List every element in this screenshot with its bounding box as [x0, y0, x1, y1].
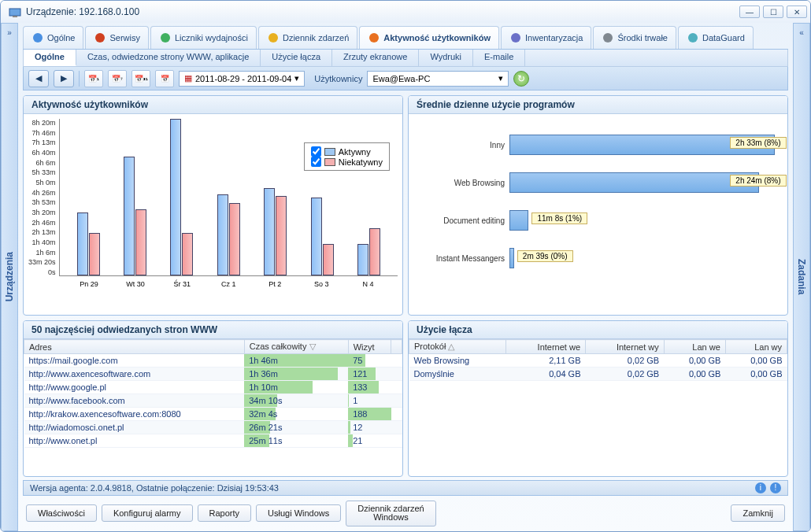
- refresh-button[interactable]: ↻: [513, 71, 529, 87]
- table-row[interactable]: Domyślnie0,04 GB0,02 GB0,00 GB0,00 GB: [409, 368, 787, 381]
- sub-tab-0[interactable]: Ogólne: [24, 50, 76, 66]
- side-tab-tasks[interactable]: « Zadania: [793, 23, 810, 531]
- warning-icon[interactable]: !: [770, 482, 781, 493]
- main-tab-0[interactable]: Ogólne: [23, 26, 83, 49]
- table-row[interactable]: http://www.axencesoftware.com1h 36m121: [24, 368, 402, 381]
- network-table: Protokół △Internet weInternet wyLan weLa…: [409, 339, 787, 381]
- calendar-year-button[interactable]: 📅: [155, 70, 174, 87]
- activity-bar-chart: 8h 20m7h 46m7h 13m6h 40m6h 6m5h 33m5h 0m…: [28, 119, 398, 310]
- main-tab-4[interactable]: Aktywność użytkowników: [359, 26, 499, 49]
- svg-point-8: [603, 33, 613, 42]
- tab-icon: [159, 31, 172, 44]
- tab-icon: [509, 31, 522, 44]
- event-log-button[interactable]: Dziennik zdarzeńWindows: [346, 501, 435, 526]
- info-icon[interactable]: i: [755, 482, 766, 493]
- table-row[interactable]: https://mail.google.com1h 46m75: [24, 354, 402, 368]
- table-row[interactable]: Web Browsing2,11 GB0,02 GB0,00 GB0,00 GB: [409, 354, 787, 368]
- main-tab-2[interactable]: Liczniki wydajności: [150, 26, 257, 49]
- program-usage-chart: Inny2h 33m (8%)Web Browsing2h 24m (8%)Do…: [413, 119, 783, 310]
- tab-icon: [31, 31, 44, 44]
- status-bar: Wersja agenta: 2.0.4.9818, Ostatnie połą…: [23, 480, 788, 496]
- panel-program-usage: Średnie dzienne użycie programów Inny2h …: [408, 95, 788, 316]
- windows-services-button[interactable]: Usługi Windows: [256, 504, 341, 522]
- col-address[interactable]: Adres: [24, 340, 245, 354]
- main-tab-6[interactable]: Środki trwałe: [593, 26, 676, 49]
- nav-forward-button[interactable]: ▶: [54, 70, 74, 87]
- legend-active-checkbox[interactable]: [311, 146, 321, 157]
- toolbar: ◀ ▶ 📅₁ 📅₇ 📅₃₁ 📅 ▦ 2011-08-29 - 2011-09-0…: [23, 67, 788, 91]
- tab-icon: [368, 31, 380, 44]
- table-row[interactable]: http://wiadomosci.onet.pl26m 21s12: [24, 421, 402, 434]
- user-select[interactable]: Ewa@Ewa-PC ▾: [367, 71, 509, 87]
- device-window: Urządzenie: 192.168.0.100 — ☐ ✕ » Urządz…: [0, 0, 811, 532]
- maximize-button[interactable]: ☐: [763, 6, 783, 18]
- date-range-picker[interactable]: ▦ 2011-08-29 - 2011-09-04 ▾: [179, 71, 305, 87]
- tab-icon: [687, 31, 699, 44]
- close-button[interactable]: ✕: [787, 6, 807, 18]
- col-visits[interactable]: Wizyt: [348, 340, 391, 354]
- panel-user-activity: Aktywność użytkowników 8h 20m7h 46m7h 13…: [23, 95, 403, 316]
- titlebar: Urządzenie: 192.168.0.100 — ☐ ✕: [1, 1, 810, 23]
- svg-point-4: [161, 33, 170, 42]
- tab-icon: [602, 31, 614, 44]
- svg-point-2: [33, 33, 43, 42]
- bottom-button-bar: Właściwości Konfiguruj alarmy Raporty Us…: [23, 496, 788, 528]
- table-row[interactable]: http://www.google.pl1h 10m133: [24, 381, 402, 394]
- main-tab-5[interactable]: Inwentaryzacja: [501, 26, 591, 49]
- svg-point-6: [369, 33, 379, 42]
- table-row[interactable]: http://www.facebook.com34m 10s1: [24, 394, 402, 408]
- nav-back-button[interactable]: ◀: [28, 70, 49, 87]
- users-label: Użytkownicy: [314, 74, 362, 83]
- minimize-button[interactable]: —: [739, 6, 760, 18]
- svg-rect-1: [13, 16, 17, 17]
- svg-point-5: [268, 33, 278, 42]
- svg-point-9: [688, 33, 698, 42]
- sub-tab-5[interactable]: E-maile: [473, 50, 525, 66]
- calendar-week-button[interactable]: 📅₇: [108, 70, 127, 87]
- col-time[interactable]: Czas całkowity ▽: [244, 340, 348, 354]
- svg-point-7: [511, 33, 520, 42]
- svg-rect-0: [9, 9, 20, 16]
- tab-icon: [267, 31, 280, 44]
- svg-point-3: [95, 33, 105, 42]
- reports-button[interactable]: Raporty: [198, 504, 252, 522]
- sub-tab-2[interactable]: Użycie łącza: [261, 50, 332, 66]
- table-row[interactable]: http://krakow.axencesoftware.com:808032m…: [24, 408, 402, 421]
- sites-table: Adres Czas całkowity ▽ Wizyt https://mai…: [24, 339, 402, 448]
- table-row[interactable]: http://www.onet.pl25m 11s21: [24, 434, 402, 448]
- legend-inactive-checkbox[interactable]: [311, 157, 321, 167]
- calendar-day-button[interactable]: 📅₁: [84, 70, 103, 87]
- calendar-month-button[interactable]: 📅₃₁: [131, 70, 150, 87]
- main-tab-bar: OgólneSerwisyLiczniki wydajnościDziennik…: [23, 26, 788, 50]
- sub-tab-bar: OgólneCzas, odwiedzone strony WWW, aplik…: [23, 50, 788, 67]
- sub-tab-3[interactable]: Zrzuty ekranowe: [332, 50, 419, 66]
- main-tab-3[interactable]: Dziennik zdarzeń: [258, 26, 357, 49]
- configure-alarms-button[interactable]: Konfiguruj alarmy: [102, 504, 193, 522]
- panel-top-sites: 50 najczęściej odwiedzanych stron WWW Ad…: [23, 320, 403, 477]
- main-tab-7[interactable]: DataGuard: [678, 26, 754, 49]
- properties-button[interactable]: Właściwości: [26, 504, 97, 522]
- window-title: Urządzenie: 192.168.0.100: [26, 6, 739, 17]
- dialog-close-button[interactable]: Zamknij: [731, 504, 785, 522]
- sub-tab-4[interactable]: Wydruki: [419, 50, 473, 66]
- sub-tab-1[interactable]: Czas, odwiedzone strony WWW, aplikacje: [76, 50, 261, 66]
- chart-legend: Aktywny Niekatywny: [304, 142, 390, 171]
- tab-icon: [94, 31, 106, 44]
- panel-network-usage: Użycie łącza Protokół △Internet weIntern…: [408, 320, 788, 477]
- main-tab-1[interactable]: Serwisy: [85, 26, 149, 49]
- side-tab-devices[interactable]: » Urządzenia: [1, 23, 18, 531]
- app-icon: [9, 6, 21, 18]
